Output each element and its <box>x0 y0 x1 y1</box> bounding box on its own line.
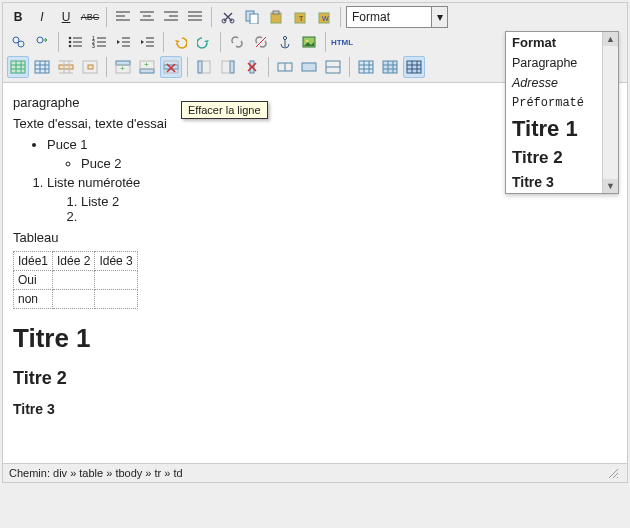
svg-rect-72 <box>302 63 316 71</box>
grid-button-1[interactable] <box>355 56 377 78</box>
svg-rect-77 <box>407 61 421 73</box>
html-button[interactable]: HTML <box>331 31 353 53</box>
paste-text-button[interactable]: T <box>289 6 311 28</box>
editor-wrap: B I U ABC T W Format ▾ 12 <box>2 2 628 483</box>
redo-button[interactable] <box>193 31 215 53</box>
align-right-button[interactable] <box>160 6 182 28</box>
italic-button[interactable]: I <box>31 6 53 28</box>
replace-button[interactable] <box>31 31 53 53</box>
resize-handle[interactable] <box>607 467 621 479</box>
svg-rect-64 <box>202 61 210 73</box>
delete-col-button[interactable] <box>241 56 263 78</box>
scroll-up-icon[interactable]: ▲ <box>603 32 618 46</box>
heading-2: Titre 2 <box>13 368 617 389</box>
underline-button[interactable]: U <box>55 6 77 28</box>
cut-button[interactable] <box>217 6 239 28</box>
format-dropdown: Format Paragraphe Adresse Préformaté Tit… <box>505 31 619 194</box>
paste-word-button[interactable]: W <box>313 6 335 28</box>
table-label: Tableau <box>13 230 617 245</box>
bold-button[interactable]: B <box>7 6 29 28</box>
link-button[interactable] <box>226 31 248 53</box>
sample-table[interactable]: Idée1 Idée 2 Idée 3 Oui non <box>13 251 138 309</box>
ol-button[interactable]: 123 <box>88 31 110 53</box>
table-props-button[interactable] <box>31 56 53 78</box>
find-button[interactable] <box>7 31 29 53</box>
svg-point-24 <box>37 37 43 43</box>
svg-rect-63 <box>198 61 202 73</box>
heading-1: Titre 1 <box>13 323 617 354</box>
indent-button[interactable] <box>136 31 158 53</box>
svg-point-29 <box>69 45 72 48</box>
outdent-button[interactable] <box>112 31 134 53</box>
unlink-button[interactable] <box>250 31 272 53</box>
list-item: Liste 2 <box>81 194 617 209</box>
align-left-button[interactable] <box>112 6 134 28</box>
format-select-label: Format <box>347 10 431 24</box>
tooltip: Effacer la ligne <box>181 101 268 119</box>
undo-button[interactable] <box>169 31 191 53</box>
heading-3: Titre 3 <box>13 401 617 417</box>
grid-button-3[interactable] <box>403 56 425 78</box>
split-cells-button[interactable] <box>274 56 296 78</box>
svg-rect-56 <box>140 69 154 73</box>
svg-text:+: + <box>120 64 125 73</box>
status-bar: Chemin: div » table » tbody » tr » td <box>3 463 627 482</box>
row-after-button[interactable]: + <box>136 56 158 78</box>
table-row: non <box>14 290 138 309</box>
svg-point-27 <box>69 41 72 44</box>
col-after-button[interactable] <box>217 56 239 78</box>
scroll-down-icon[interactable]: ▼ <box>603 179 618 193</box>
svg-rect-76 <box>383 61 397 73</box>
svg-point-23 <box>18 41 24 47</box>
grid-button-2[interactable] <box>379 56 401 78</box>
svg-text:+: + <box>144 60 149 69</box>
svg-point-25 <box>69 37 72 40</box>
chevron-down-icon: ▾ <box>431 7 447 27</box>
anchor-button[interactable] <box>274 31 296 53</box>
svg-text:T: T <box>299 15 304 22</box>
row-before-button[interactable]: + <box>112 56 134 78</box>
format-select[interactable]: Format ▾ <box>346 6 448 28</box>
svg-rect-17 <box>273 11 279 14</box>
status-path[interactable]: Chemin: div » table » tbody » tr » td <box>9 467 183 479</box>
split-rows-button[interactable] <box>322 56 344 78</box>
ul-button[interactable] <box>64 31 86 53</box>
svg-rect-75 <box>359 61 373 73</box>
svg-rect-49 <box>35 61 49 73</box>
dropdown-scrollbar[interactable]: ▲ ▼ <box>602 32 618 193</box>
svg-rect-65 <box>230 61 234 73</box>
list-item <box>81 209 617 224</box>
cell-props-button[interactable] <box>79 56 101 78</box>
merge-cells-button[interactable] <box>298 56 320 78</box>
align-justify-button[interactable] <box>184 6 206 28</box>
strike-button[interactable]: ABC <box>79 6 101 28</box>
table-row: Oui <box>14 271 138 290</box>
svg-point-47 <box>306 40 309 43</box>
align-center-button[interactable] <box>136 6 158 28</box>
row-props-button[interactable] <box>55 56 77 78</box>
copy-button[interactable] <box>241 6 263 28</box>
svg-rect-66 <box>222 61 230 73</box>
paste-button[interactable] <box>265 6 287 28</box>
table-row: Idée1 Idée 2 Idée 3 <box>14 252 138 271</box>
toolbar-row-1: B I U ABC T W Format ▾ <box>7 6 623 28</box>
col-before-button[interactable] <box>193 56 215 78</box>
svg-text:W: W <box>322 15 329 22</box>
svg-text:3: 3 <box>92 43 95 48</box>
svg-rect-48 <box>11 61 25 73</box>
svg-rect-50 <box>59 65 73 69</box>
image-button[interactable] <box>298 31 320 53</box>
delete-row-button[interactable] <box>160 56 182 78</box>
svg-rect-15 <box>250 14 258 24</box>
svg-rect-51 <box>88 65 93 69</box>
table-insert-button[interactable] <box>7 56 29 78</box>
